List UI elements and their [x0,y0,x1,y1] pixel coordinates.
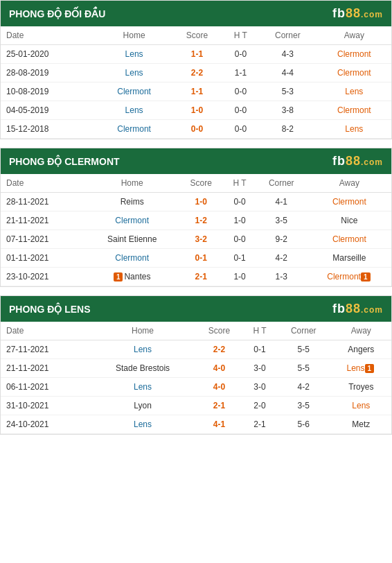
col-header: Date [1,174,86,193]
score-cell: 4-0 [195,378,243,397]
table-row: 21-11-2021 Stade Brestois 4-0 3-0 5-5 Le… [1,359,391,378]
score-cell: 4-0 [195,359,243,378]
col-header: Home [90,322,195,340]
corner-cell: 3-5 [256,211,308,230]
corner-cell: 3-8 [258,101,317,120]
corner-cell: 3-5 [276,397,331,415]
score-cell: 0-0 [171,120,223,139]
table-row: 31-10-2021 Lyon 2-1 2-0 3-5 Lens [1,397,391,415]
home-team: Clermont [97,120,171,139]
col-header: Score [171,26,223,45]
col-header: Date [1,26,97,45]
table-row: 04-05-2019 Lens 1-0 0-0 3-8 Clermont [1,101,391,120]
date-cell: 15-12-2018 [1,120,97,139]
data-table: DateHomeScoreH TCornerAway 28-11-2021 Re… [1,174,391,286]
score-cell: 1-1 [171,83,223,101]
date-cell: 07-11-2021 [1,230,86,249]
away-team: Metz [331,415,391,434]
corner-cell: 5-5 [276,340,331,359]
section-header: PHONG ĐỘ CLERMONT fb88.com [1,148,391,174]
score-cell: 2-1 [178,268,224,286]
date-cell: 21-11-2021 [1,211,86,230]
col-header: H T [224,174,256,193]
col-header: Away [331,322,391,340]
section-lens-form: PHONG ĐỘ LENS fb88.com DateHomeScoreH TC… [0,295,392,435]
badge: 1 [365,364,375,373]
away-team: Troyes [331,378,391,397]
ht-cell: 2-0 [243,397,276,415]
ht-cell: 1-1 [223,64,258,83]
col-header: Corner [276,322,331,340]
home-team: Lens [97,101,171,120]
home-team: Clermont [97,83,171,101]
table-row: 07-11-2021 Saint Etienne 3-2 0-0 9-2 Cle… [1,230,391,249]
ht-cell: 0-0 [224,230,256,249]
date-cell: 28-08-2019 [1,64,97,83]
col-header: Away [308,174,391,193]
home-team: Saint Etienne [86,230,178,249]
ht-cell: 0-1 [224,249,256,268]
home-team: Lyon [90,397,195,415]
corner-cell: 4-2 [256,249,308,268]
home-team: Lens [90,415,195,434]
away-team: Clermont [317,101,391,120]
score-cell: 3-2 [178,230,224,249]
score-cell: 0-1 [178,249,224,268]
score-cell: 1-0 [171,101,223,120]
home-team: Lens [90,378,195,397]
badge: 1 [361,272,371,282]
col-header: Home [97,26,171,45]
col-header: Date [1,322,90,340]
col-header: H T [223,26,258,45]
away-team: Lens [331,397,391,415]
ht-cell: 0-0 [223,120,258,139]
away-team: Clermont [317,45,391,64]
ht-cell: 0-0 [224,193,256,211]
home-team: Lens [97,64,171,83]
section-header: PHONG ĐỘ LENS fb88.com [1,296,391,322]
away-team: Clermont [317,64,391,83]
date-cell: 10-08-2019 [1,83,97,101]
corner-cell: 4-1 [256,193,308,211]
corner-cell: 4-4 [258,64,317,83]
data-table: DateHomeScoreH TCornerAway 27-11-2021 Le… [1,322,391,434]
corner-cell: 8-2 [258,120,317,139]
table-row: 28-08-2019 Lens 2-2 1-1 4-4 Clermont [1,64,391,83]
table-row: 28-11-2021 Reims 1-0 0-0 4-1 Clermont [1,193,391,211]
data-table: DateHomeScoreH TCornerAway 25-01-2020 Le… [1,26,391,139]
ht-cell: 1-0 [224,268,256,286]
ht-cell: 0-1 [243,340,276,359]
section-header: PHONG ĐỘ ĐỐI ĐẦU fb88.com [1,1,391,26]
brand-logo: fb88.com [332,6,383,21]
table-row: 15-12-2018 Clermont 0-0 0-0 8-2 Lens [1,120,391,139]
score-cell: 1-2 [178,211,224,230]
corner-cell: 4-3 [258,45,317,64]
brand-logo: fb88.com [332,154,383,168]
home-team: 1Nantes [86,268,178,286]
col-header: Away [317,26,391,45]
col-header: Corner [258,26,317,45]
date-cell: 04-05-2019 [1,101,97,120]
corner-cell: 9-2 [256,230,308,249]
score-cell: 2-1 [195,397,243,415]
away-team: Lens [317,83,391,101]
section-title: PHONG ĐỘ CLERMONT [9,156,120,167]
table-row: 23-10-2021 1Nantes 2-1 1-0 1-3 Clermont1 [1,268,391,286]
date-cell: 31-10-2021 [1,397,90,415]
away-team: Lens [317,120,391,139]
home-team: Lens [97,45,171,64]
date-cell: 06-11-2021 [1,378,90,397]
table-row: 21-11-2021 Clermont 1-2 1-0 3-5 Nice [1,211,391,230]
home-team: Lens [90,340,195,359]
table-row: 01-11-2021 Clermont 0-1 0-1 4-2 Marseill… [1,249,391,268]
date-cell: 21-11-2021 [1,359,90,378]
col-header: Score [195,322,243,340]
date-cell: 23-10-2021 [1,268,86,286]
away-team: Marseille [308,249,391,268]
score-cell: 1-1 [171,45,223,64]
ht-cell: 0-0 [223,83,258,101]
score-cell: 4-1 [195,415,243,434]
col-header: Home [86,174,178,193]
brand-logo: fb88.com [332,302,383,316]
col-header: H T [243,322,276,340]
